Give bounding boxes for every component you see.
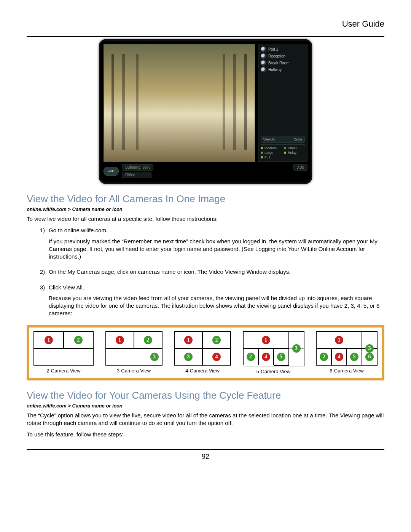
breadcrumb-path: online.wilife.com > Camera name or icon [27, 403, 384, 409]
page-number: 92 [27, 453, 384, 461]
step-2: 2) On the My Cameras page, click on came… [27, 268, 384, 279]
buffering-status: Buffering: 90% [122, 164, 153, 171]
circle-3-icon: 3 [150, 353, 159, 361]
radio-icon [284, 147, 286, 149]
step-lead: Click View All. [49, 284, 384, 291]
instruction-list: 1) Go to online.wilife.com. If you previ… [27, 227, 384, 320]
view-block-6: 1 2 4 5 3 6 6-Camera View [316, 331, 378, 374]
step-1: 1) Go to online.wilife.com. If you previ… [27, 227, 384, 264]
radio-icon [261, 152, 263, 154]
grid-4-camera: 1 2 3 4 [174, 331, 231, 366]
step-lead: Go to online.wilife.com. [49, 227, 384, 234]
step-number: 3) [27, 284, 45, 321]
header-rule [27, 36, 384, 37]
grid-2-camera: 1 2 [33, 331, 94, 366]
circle-2-icon: 2 [74, 336, 83, 344]
wilife-logo: wilife [104, 167, 119, 176]
circle-2-icon: 2 [320, 353, 328, 361]
camera-label: Pod 1 [268, 47, 278, 51]
status-bar: wilife Buffering: 90% 0:00 Office [104, 164, 307, 178]
cycle-paragraph-2: To use this feature, follow these steps: [27, 431, 384, 438]
option-full[interactable]: Full [261, 155, 282, 159]
app-screen: Pod 1 Reception Break Room Hallway View … [104, 44, 307, 162]
breadcrumb-path: online.wilife.com > Camera name or icon [27, 206, 384, 212]
option-direct[interactable]: Direct [284, 146, 305, 150]
cycle-paragraph-1: The “Cycle” option allows you to view th… [27, 412, 384, 427]
circle-3-icon: 3 [184, 353, 193, 361]
camera-icon [261, 60, 266, 66]
grid-3-camera: 1 2 3 [105, 331, 162, 366]
step-lead: On the My Cameras page, click on cameras… [49, 268, 384, 276]
view-label: 4-Camera View [185, 368, 219, 374]
option-medium[interactable]: Medium [261, 146, 282, 150]
circle-4-icon: 4 [212, 353, 221, 361]
radio-icon [261, 147, 263, 149]
radio-icon [284, 152, 286, 154]
section-title-all-cameras: View the Video for All Cameras In One Im… [27, 193, 384, 205]
camera-list-item[interactable]: Break Room [261, 60, 305, 66]
camera-icon [261, 46, 266, 52]
circle-6-icon: 6 [365, 353, 374, 361]
cycle-button[interactable]: Cycle [293, 137, 302, 141]
option-large[interactable]: Large [261, 151, 282, 155]
video-preview-pane [104, 44, 255, 162]
view-label: 3-Camera View [117, 368, 151, 374]
camera-icon [261, 67, 266, 72]
view-label: 6-Camera View [330, 368, 363, 374]
circle-4-icon: 4 [335, 353, 343, 361]
grid-6-camera: 1 2 4 5 3 6 [316, 331, 378, 366]
camera-label: Reception [268, 54, 285, 58]
camera-side-panel: Pod 1 Reception Break Room Hallway View … [258, 44, 307, 162]
camera-list-item[interactable]: Pod 1 [261, 46, 305, 52]
view-block-2: 1 2 2-Camera View [33, 331, 94, 374]
step-text: If you previously marked the “Remember m… [49, 238, 384, 261]
view-all-button[interactable]: View All [263, 137, 275, 141]
step-text: Because you are viewing the video feed f… [49, 294, 384, 318]
view-block-5: 1 2 4 5 3 5-Camera View [243, 331, 304, 374]
circle-2-icon: 2 [144, 336, 152, 344]
view-label: 2-Camera View [46, 368, 80, 374]
view-label: 5-Camera View [256, 369, 290, 374]
location-status: Office [122, 172, 151, 178]
circle-1-icon: 1 [45, 336, 53, 344]
app-screenshot-wrap: Pod 1 Reception Break Room Hallway View … [27, 39, 384, 184]
monitor-frame: Pod 1 Reception Break Room Hallway View … [99, 39, 312, 184]
view-block-4: 1 2 3 4 4-Camera View [174, 331, 231, 374]
camera-label: Hallway [268, 68, 282, 72]
time-status: 0:00 [293, 164, 307, 171]
view-block-3: 1 2 3 3-Camera View [105, 331, 162, 374]
option-relay[interactable]: Relay [284, 151, 305, 155]
circle-1-icon: 1 [116, 336, 124, 344]
circle-4-icon: 4 [262, 353, 270, 361]
circle-2-icon: 2 [247, 353, 255, 361]
circle-1-icon: 1 [184, 336, 193, 344]
circle-3-icon: 3 [365, 344, 374, 353]
section-title-cycle: View the Video for Your Cameras Using th… [27, 390, 384, 401]
page-header: User Guide [27, 19, 384, 29]
camera-icon [261, 53, 266, 59]
options-grid: Medium Direct Large Relay Full [261, 144, 305, 159]
camera-views-diagram: 1 2 2-Camera View 1 2 3 3-Camera View 1 … [27, 325, 384, 380]
document-page: User Guide Pod 1 Reception Break Room Ha… [0, 0, 411, 472]
step-3: 3) Click View All. Because you are viewi… [27, 284, 384, 321]
circle-3-icon: 3 [292, 344, 301, 353]
footer-rule [27, 449, 384, 450]
grid-5-camera: 1 2 4 5 3 [243, 331, 304, 366]
view-toggle[interactable]: View All Cycle [261, 136, 305, 143]
circle-5-icon: 5 [277, 353, 285, 361]
camera-list-item[interactable]: Reception [261, 53, 305, 59]
circle-1-icon: 1 [335, 336, 343, 344]
intro-text: To view live video for all cameras at a … [27, 215, 384, 223]
step-number: 2) [27, 268, 45, 279]
camera-list-item[interactable]: Hallway [261, 67, 305, 72]
radio-icon [261, 156, 263, 158]
circle-2-icon: 2 [212, 336, 221, 344]
circle-1-icon: 1 [262, 336, 270, 344]
step-number: 1) [27, 227, 45, 264]
camera-label: Break Room [268, 61, 290, 65]
circle-5-icon: 5 [350, 353, 358, 361]
